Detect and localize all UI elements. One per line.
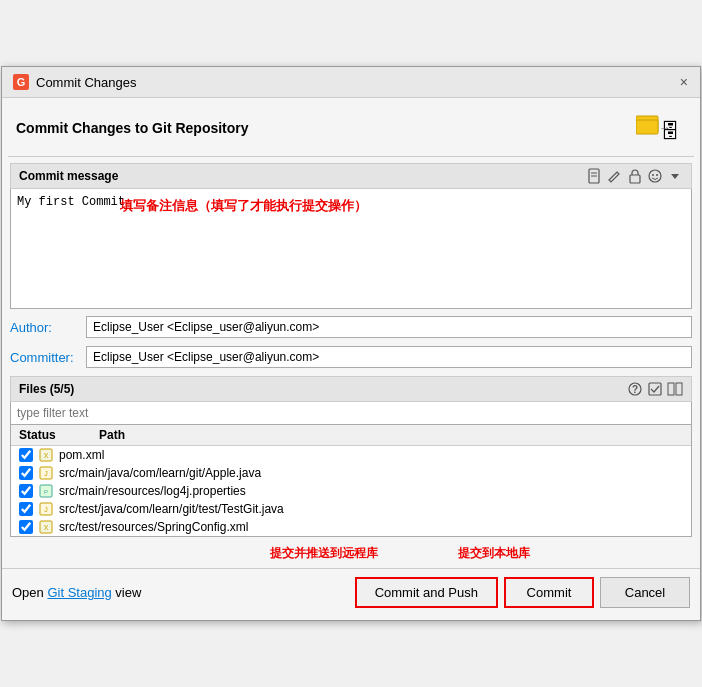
title-bar: G Commit Changes × xyxy=(2,67,700,98)
git-staging-link[interactable]: Git Staging xyxy=(47,585,111,600)
close-button[interactable]: × xyxy=(678,74,690,90)
svg-text:P: P xyxy=(44,489,48,495)
file-filter-input[interactable] xyxy=(10,402,692,425)
file-path-1: pom.xml xyxy=(59,448,683,462)
file-checkbox-2[interactable] xyxy=(19,466,33,480)
file-row: J src/test/java/com/learn/git/test/TestG… xyxy=(11,500,691,518)
file-path-5: src/test/resources/SpringConfig.xml xyxy=(59,520,683,534)
check-all-icon[interactable] xyxy=(647,381,663,397)
file-path-2: src/main/java/com/learn/git/Apple.java xyxy=(59,466,683,480)
file-row: X pom.xml xyxy=(11,446,691,464)
header-icon: 🗄 → xyxy=(636,110,686,146)
repo-icon: 🗄 → xyxy=(636,110,686,146)
action-buttons: Commit and Push Commit Cancel xyxy=(355,577,690,608)
svg-rect-18 xyxy=(668,383,674,395)
files-label: Files (5/5) xyxy=(19,382,74,396)
view-text: view xyxy=(112,585,142,600)
commit-message-header: Commit message xyxy=(10,163,692,189)
files-header-icons: ? xyxy=(627,381,683,397)
committer-label: Committer: xyxy=(10,350,80,365)
help-icon[interactable]: ? xyxy=(627,381,643,397)
svg-text:G: G xyxy=(17,76,26,88)
svg-text:X: X xyxy=(44,524,49,531)
open-text: Open xyxy=(12,585,47,600)
dialog-header: Commit Changes to Git Repository 🗄 → xyxy=(2,98,700,156)
columns-icon[interactable] xyxy=(667,381,683,397)
commit-message-section: Commit message My first Commit 填写备注信息（填写… xyxy=(2,163,700,312)
window-title: Commit Changes xyxy=(36,75,136,90)
git-icon: G xyxy=(12,73,30,91)
col-path-header: Path xyxy=(99,428,683,442)
svg-line-9 xyxy=(617,172,619,174)
file-type-icon-3: P xyxy=(39,484,53,498)
svg-point-12 xyxy=(652,174,654,176)
button-annotations: 提交并推送到远程库 提交到本地库 xyxy=(2,541,700,562)
file-row: J src/main/java/com/learn/git/Apple.java xyxy=(11,464,691,482)
file-type-icon-4: J xyxy=(39,502,53,516)
emoji-icon[interactable] xyxy=(647,168,663,184)
file-checkbox-3[interactable] xyxy=(19,484,33,498)
dropdown-icon[interactable] xyxy=(667,168,683,184)
committer-row: Committer: xyxy=(2,342,700,372)
svg-text:→: → xyxy=(659,121,671,135)
file-row: X src/test/resources/SpringConfig.xml xyxy=(11,518,691,536)
file-type-icon-5: X xyxy=(39,520,53,534)
commit-button[interactable]: Commit xyxy=(504,577,594,608)
commit-annotation: 提交到本地库 xyxy=(458,545,530,562)
file-checkbox-1[interactable] xyxy=(19,448,33,462)
file-path-3: src/main/resources/log4j.properties xyxy=(59,484,683,498)
file-checkbox-5[interactable] xyxy=(19,520,33,534)
commit-message-icons xyxy=(587,168,683,184)
file-type-icon-1: X xyxy=(39,448,53,462)
author-input[interactable] xyxy=(86,316,692,338)
push-annotation: 提交并推送到远程库 xyxy=(270,545,378,562)
svg-text:J: J xyxy=(44,470,48,477)
dialog-header-title: Commit Changes to Git Repository xyxy=(16,120,249,136)
svg-rect-3 xyxy=(636,120,658,134)
svg-rect-17 xyxy=(649,383,661,395)
file-row: P src/main/resources/log4j.properties xyxy=(11,482,691,500)
svg-rect-10 xyxy=(630,175,640,183)
bottom-bar: Open Git Staging view Commit and Push Co… xyxy=(2,568,700,616)
open-staging-text: Open Git Staging view xyxy=(12,585,141,600)
author-label: Author: xyxy=(10,320,80,335)
svg-text:?: ? xyxy=(632,384,638,395)
file-path-4: src/test/java/com/learn/git/test/TestGit… xyxy=(59,502,683,516)
col-status-header: Status xyxy=(19,428,79,442)
file-checkbox-4[interactable] xyxy=(19,502,33,516)
svg-text:X: X xyxy=(44,452,49,459)
author-row: Author: xyxy=(2,312,700,342)
cancel-button[interactable]: Cancel xyxy=(600,577,690,608)
commit-dialog: G Commit Changes × Commit Changes to Git… xyxy=(1,66,701,621)
svg-point-11 xyxy=(649,170,661,182)
svg-point-13 xyxy=(656,174,658,176)
files-section: Files (5/5) ? Status Path X pom.xml xyxy=(10,376,692,537)
commit-and-push-button[interactable]: Commit and Push xyxy=(355,577,498,608)
svg-rect-19 xyxy=(676,383,682,395)
commit-message-input[interactable]: My first Commit xyxy=(10,189,692,309)
commit-message-wrapper: My first Commit 填写备注信息（填写了才能执行提交操作） xyxy=(10,189,692,312)
files-table: Status Path X pom.xml J src/main/java/co… xyxy=(10,425,692,537)
commit-message-label: Commit message xyxy=(19,169,118,183)
files-table-header: Status Path xyxy=(11,425,691,446)
lock-icon[interactable] xyxy=(627,168,643,184)
file-icon[interactable] xyxy=(587,168,603,184)
dialog-content: Commit Changes to Git Repository 🗄 → Com… xyxy=(2,98,700,620)
file-type-icon-2: J xyxy=(39,466,53,480)
committer-input[interactable] xyxy=(86,346,692,368)
svg-marker-14 xyxy=(671,174,679,179)
files-header: Files (5/5) ? xyxy=(10,376,692,402)
pencil-icon[interactable] xyxy=(607,168,623,184)
svg-text:J: J xyxy=(44,506,48,513)
